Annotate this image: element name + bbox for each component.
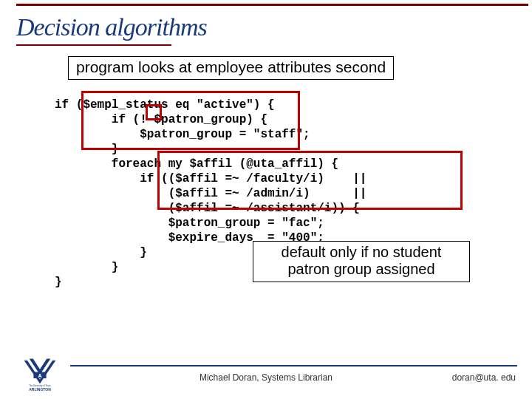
title-underline — [16, 44, 171, 46]
logo-text-bottom: ARLINGTON — [29, 387, 51, 392]
svg-text:A: A — [38, 373, 41, 379]
code-line: } — [55, 261, 118, 274]
highlight-box-regex-block — [157, 151, 463, 210]
footer-divider — [70, 365, 517, 366]
subtitle-box: program looks at employee attributes sec… — [68, 56, 394, 80]
top-border — [16, 4, 528, 6]
footer-email: doran@uta. edu — [452, 372, 516, 383]
uta-logo-svg: A The University of Texas ARLINGTON — [13, 356, 66, 393]
logo-text-top: The University of Texas — [29, 384, 51, 387]
uta-logo: A The University of Texas ARLINGTON — [13, 356, 66, 393]
slide-title: Decision algorithms — [16, 13, 207, 41]
code-line: $patron_group = "fac"; — [55, 216, 324, 230]
code-line: } — [55, 246, 147, 259]
highlight-box-if-block — [81, 91, 300, 150]
annotation-box: default only if no student patron group … — [253, 241, 470, 282]
code-line: } — [55, 276, 62, 289]
highlight-box-not-operator — [146, 104, 162, 120]
